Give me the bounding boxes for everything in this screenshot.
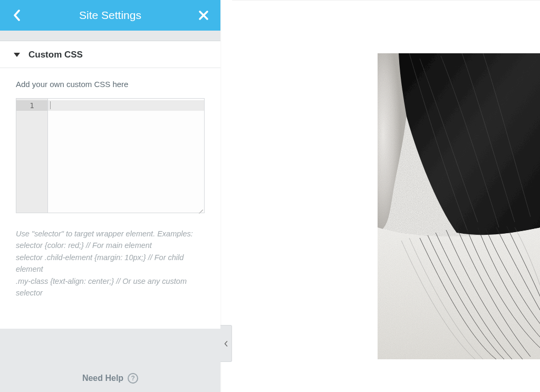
help-label: Need Help xyxy=(82,374,123,383)
code-textarea[interactable] xyxy=(48,99,204,213)
chevron-left-icon xyxy=(224,341,228,347)
panel-title: Site Settings xyxy=(24,9,196,22)
section-toggle-custom-css[interactable]: Custom CSS xyxy=(0,41,220,68)
section-title: Custom CSS xyxy=(28,50,83,60)
resize-handle-icon xyxy=(197,205,203,212)
field-label-custom-css: Add your own custom CSS here xyxy=(16,80,205,89)
divider-bar xyxy=(0,31,220,41)
caret-down-icon xyxy=(14,53,20,57)
line-number: 1 xyxy=(16,100,47,111)
need-help-link[interactable]: Need Help ? xyxy=(82,373,138,384)
preview-image xyxy=(378,53,540,359)
help-icon: ? xyxy=(128,373,138,384)
panel-header: Site Settings xyxy=(0,0,220,31)
active-line-highlight xyxy=(48,100,204,111)
chevron-left-icon xyxy=(13,9,21,21)
custom-css-editor[interactable]: 1 xyxy=(16,98,205,213)
close-button[interactable] xyxy=(196,8,211,23)
panel-footer: Need Help ? xyxy=(0,329,220,392)
hint-text: Use "selector" to target wrapper element… xyxy=(16,228,205,299)
close-icon xyxy=(198,10,209,21)
section-body: Add your own custom CSS here 1 Use "sele… xyxy=(0,68,220,312)
back-button[interactable] xyxy=(9,8,24,23)
text-cursor xyxy=(50,101,51,109)
code-gutter: 1 xyxy=(16,99,48,213)
settings-sidebar: Site Settings Custom CSS Add your own cu… xyxy=(0,0,220,392)
panel-collapse-tab[interactable] xyxy=(220,325,232,362)
footer-bar: Need Help ? xyxy=(0,329,220,392)
preview-canvas xyxy=(232,0,540,392)
